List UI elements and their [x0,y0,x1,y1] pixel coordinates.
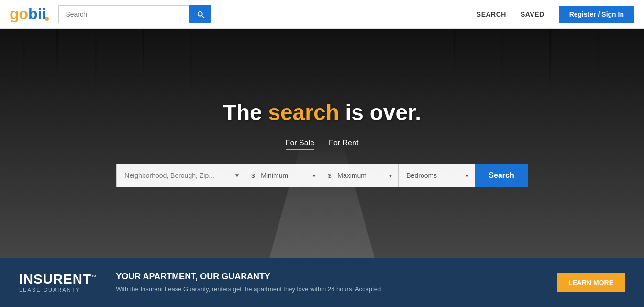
header-nav: SEARCH SAVED Register / Sign In [477,6,634,23]
banner-text-area: YOUR APARTMENT, OUR GUARANTY With the In… [116,272,538,294]
banner-subtext: With the Insurent Lease Guaranty, renter… [116,285,538,294]
tab-for-rent[interactable]: For Rent [329,139,358,150]
header-search-input[interactable] [58,5,189,23]
logo-go: go [10,5,28,22]
header: gobii SEARCH SAVED Register / Sign In [0,0,644,29]
search-icon [196,10,205,19]
hero-title-after: is over. [339,100,421,125]
banner-heading: YOUR APARTMENT, OUR GUARANTY [116,272,538,282]
tab-for-sale[interactable]: For Sale [286,139,314,150]
hero-title-accent: search [268,100,339,125]
banner-logo-title: INSURENT™ [19,273,97,286]
hero-section: The search is over. For Sale For Rent ▼ … [0,29,644,258]
hero-title: The search is over. [0,99,644,125]
maximum-dropdown-container: $ Maximum $1,500 $2,000 $2,500 $3,000 $4… [322,164,399,187]
logo-bii: bii [28,5,46,22]
location-input[interactable] [116,164,245,187]
location-select-container: ▼ [116,164,245,187]
nav-search-link[interactable]: SEARCH [477,11,506,18]
hero-tabs: For Sale For Rent [0,139,644,150]
hero-title-before: The [223,100,268,125]
maximum-select[interactable]: Maximum $1,500 $2,000 $2,500 $3,000 $4,0… [322,164,399,187]
hero-content: The search is over. For Sale For Rent ▼ … [0,99,644,187]
hero-search-button[interactable]: Search [475,164,527,187]
learn-more-button[interactable]: LEARN MORE [557,273,625,292]
header-search-button[interactable] [189,5,211,23]
insurent-banner: INSURENT™ LEASE GUARANTY YOUR APARTMENT,… [0,258,644,307]
register-button[interactable]: Register / Sign In [559,6,634,23]
minimum-dropdown-container: $ Minimum $500 $1,000 $1,500 $2,000 $2,5… [245,164,322,187]
banner-logo-area: INSURENT™ LEASE GUARANTY [19,273,97,293]
bedrooms-select[interactable]: Bedrooms Studio 1 BR 2 BR 3 BR 4 BR 5+ B… [399,164,475,187]
logo[interactable]: gobii [10,5,49,23]
hero-search-row: ▼ $ Minimum $500 $1,000 $1,500 $2,000 $2… [0,164,644,187]
header-search-container [58,5,211,23]
banner-logo-sub: LEASE GUARANTY [19,287,97,293]
logo-dot [45,17,49,21]
nav-saved-link[interactable]: SAVED [521,11,544,18]
bedrooms-dropdown-container: Bedrooms Studio 1 BR 2 BR 3 BR 4 BR 5+ B… [399,164,475,187]
minimum-select[interactable]: Minimum $500 $1,000 $1,500 $2,000 $2,500… [245,164,322,187]
